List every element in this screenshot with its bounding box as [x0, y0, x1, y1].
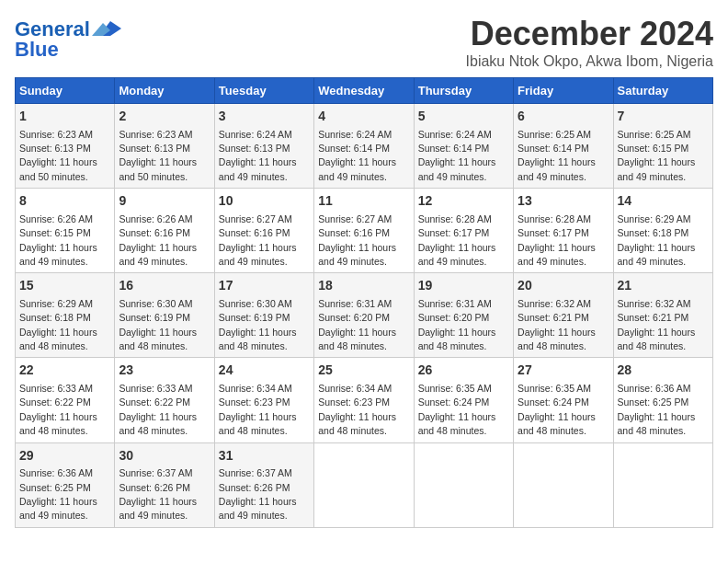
- calendar-cell: 25Sunrise: 6:34 AMSunset: 6:23 PMDayligh…: [314, 358, 414, 442]
- day-info: Sunrise: 6:25 AMSunset: 6:14 PMDaylight:…: [518, 129, 596, 182]
- day-info: Sunrise: 6:25 AMSunset: 6:15 PMDaylight:…: [618, 129, 696, 182]
- calendar-cell: 3Sunrise: 6:24 AMSunset: 6:13 PMDaylight…: [214, 104, 313, 189]
- day-number: 14: [618, 192, 709, 211]
- day-info: Sunrise: 6:35 AMSunset: 6:24 PMDaylight:…: [418, 383, 496, 436]
- calendar-cell: 8Sunrise: 6:26 AMSunset: 6:15 PMDaylight…: [16, 189, 115, 273]
- day-number: 19: [418, 277, 509, 295]
- day-number: 20: [518, 277, 609, 295]
- day-number: 2: [119, 108, 210, 126]
- day-number: 5: [418, 108, 509, 126]
- calendar-cell: 6Sunrise: 6:25 AMSunset: 6:14 PMDaylight…: [514, 104, 613, 189]
- calendar-cell: 18Sunrise: 6:31 AMSunset: 6:20 PMDayligh…: [314, 273, 414, 358]
- day-info: Sunrise: 6:33 AMSunset: 6:22 PMDaylight:…: [119, 383, 197, 436]
- calendar-cell: 28Sunrise: 6:36 AMSunset: 6:25 PMDayligh…: [613, 358, 712, 442]
- day-info: Sunrise: 6:36 AMSunset: 6:25 PMDaylight:…: [19, 467, 97, 521]
- day-info: Sunrise: 6:32 AMSunset: 6:21 PMDaylight:…: [518, 298, 596, 351]
- day-number: 27: [518, 362, 609, 380]
- day-info: Sunrise: 6:32 AMSunset: 6:21 PMDaylight:…: [618, 298, 696, 351]
- week-row-3: 15Sunrise: 6:29 AMSunset: 6:18 PMDayligh…: [16, 273, 713, 358]
- logo: General Blue: [15, 18, 121, 61]
- day-number: 6: [518, 108, 609, 126]
- day-info: Sunrise: 6:26 AMSunset: 6:15 PMDaylight:…: [19, 213, 97, 267]
- calendar-cell: 24Sunrise: 6:34 AMSunset: 6:23 PMDayligh…: [214, 358, 313, 442]
- day-info: Sunrise: 6:26 AMSunset: 6:16 PMDaylight:…: [119, 213, 197, 267]
- week-row-4: 22Sunrise: 6:33 AMSunset: 6:22 PMDayligh…: [16, 358, 713, 442]
- title-area: December 2024 Ibiaku Ntok Okpo, Akwa Ibo…: [466, 15, 713, 70]
- day-info: Sunrise: 6:37 AMSunset: 6:26 PMDaylight:…: [219, 467, 297, 521]
- day-number: 23: [119, 362, 210, 380]
- calendar-cell: 9Sunrise: 6:26 AMSunset: 6:16 PMDaylight…: [115, 189, 214, 273]
- day-number: 31: [219, 447, 310, 465]
- day-number: 21: [618, 277, 709, 295]
- calendar-cell: 31Sunrise: 6:37 AMSunset: 6:26 PMDayligh…: [214, 442, 313, 527]
- weekday-header-thursday: Thursday: [414, 78, 513, 104]
- day-info: Sunrise: 6:24 AMSunset: 6:14 PMDaylight:…: [318, 129, 396, 182]
- weekday-header-wednesday: Wednesday: [314, 78, 414, 104]
- calendar-cell: 13Sunrise: 6:28 AMSunset: 6:17 PMDayligh…: [514, 189, 613, 273]
- day-info: Sunrise: 6:30 AMSunset: 6:19 PMDaylight:…: [219, 298, 297, 351]
- day-number: 10: [219, 192, 310, 211]
- calendar-cell: 4Sunrise: 6:24 AMSunset: 6:14 PMDaylight…: [314, 104, 414, 189]
- day-info: Sunrise: 6:35 AMSunset: 6:24 PMDaylight:…: [518, 383, 596, 436]
- day-number: 25: [318, 362, 409, 380]
- calendar-cell: [514, 442, 613, 527]
- day-info: Sunrise: 6:27 AMSunset: 6:16 PMDaylight:…: [219, 213, 297, 267]
- calendar-header: General Blue December 2024 Ibiaku Ntok O…: [15, 15, 713, 70]
- day-number: 1: [19, 108, 110, 126]
- calendar-cell: 29Sunrise: 6:36 AMSunset: 6:25 PMDayligh…: [16, 442, 115, 527]
- day-info: Sunrise: 6:37 AMSunset: 6:26 PMDaylight:…: [119, 467, 197, 521]
- week-row-2: 8Sunrise: 6:26 AMSunset: 6:15 PMDaylight…: [16, 189, 713, 273]
- weekday-header-saturday: Saturday: [613, 78, 712, 104]
- day-number: 8: [19, 192, 110, 211]
- week-row-5: 29Sunrise: 6:36 AMSunset: 6:25 PMDayligh…: [16, 442, 713, 527]
- calendar-cell: 22Sunrise: 6:33 AMSunset: 6:22 PMDayligh…: [16, 358, 115, 442]
- day-number: 13: [518, 192, 609, 211]
- calendar-cell: 1Sunrise: 6:23 AMSunset: 6:13 PMDaylight…: [16, 104, 115, 189]
- calendar-cell: [414, 442, 513, 527]
- week-row-1: 1Sunrise: 6:23 AMSunset: 6:13 PMDaylight…: [16, 104, 713, 189]
- day-number: 24: [219, 362, 310, 380]
- calendar-cell: 11Sunrise: 6:27 AMSunset: 6:16 PMDayligh…: [314, 189, 414, 273]
- day-info: Sunrise: 6:28 AMSunset: 6:17 PMDaylight:…: [418, 213, 496, 267]
- day-number: 17: [219, 277, 310, 295]
- calendar-cell: 17Sunrise: 6:30 AMSunset: 6:19 PMDayligh…: [214, 273, 313, 358]
- day-info: Sunrise: 6:34 AMSunset: 6:23 PMDaylight:…: [318, 383, 396, 436]
- weekday-header-monday: Monday: [115, 78, 214, 104]
- day-info: Sunrise: 6:24 AMSunset: 6:14 PMDaylight:…: [418, 129, 496, 182]
- day-info: Sunrise: 6:23 AMSunset: 6:13 PMDaylight:…: [19, 129, 97, 182]
- day-number: 4: [318, 108, 409, 126]
- calendar-cell: 20Sunrise: 6:32 AMSunset: 6:21 PMDayligh…: [514, 273, 613, 358]
- day-number: 16: [119, 277, 210, 295]
- day-number: 9: [119, 192, 210, 211]
- calendar-cell: 30Sunrise: 6:37 AMSunset: 6:26 PMDayligh…: [115, 442, 214, 527]
- day-number: 30: [119, 447, 210, 465]
- calendar-cell: 10Sunrise: 6:27 AMSunset: 6:16 PMDayligh…: [214, 189, 313, 273]
- calendar-table: SundayMondayTuesdayWednesdayThursdayFrid…: [15, 77, 713, 528]
- day-info: Sunrise: 6:31 AMSunset: 6:20 PMDaylight:…: [418, 298, 496, 351]
- month-title: December 2024: [466, 15, 713, 53]
- calendar-cell: 26Sunrise: 6:35 AMSunset: 6:24 PMDayligh…: [414, 358, 513, 442]
- weekday-header-friday: Friday: [514, 78, 613, 104]
- day-number: 7: [618, 108, 709, 126]
- day-info: Sunrise: 6:29 AMSunset: 6:18 PMDaylight:…: [19, 298, 97, 351]
- day-info: Sunrise: 6:33 AMSunset: 6:22 PMDaylight:…: [19, 383, 97, 436]
- day-info: Sunrise: 6:24 AMSunset: 6:13 PMDaylight:…: [219, 129, 297, 182]
- day-info: Sunrise: 6:36 AMSunset: 6:25 PMDaylight:…: [618, 383, 696, 436]
- day-number: 3: [219, 108, 310, 126]
- day-info: Sunrise: 6:23 AMSunset: 6:13 PMDaylight:…: [119, 129, 197, 182]
- calendar-cell: 21Sunrise: 6:32 AMSunset: 6:21 PMDayligh…: [613, 273, 712, 358]
- day-number: 26: [418, 362, 509, 380]
- logo-blue-text: Blue: [15, 39, 59, 61]
- day-number: 22: [19, 362, 110, 380]
- day-info: Sunrise: 6:28 AMSunset: 6:17 PMDaylight:…: [518, 213, 596, 267]
- weekday-header-row: SundayMondayTuesdayWednesdayThursdayFrid…: [16, 78, 713, 104]
- calendar-cell: 15Sunrise: 6:29 AMSunset: 6:18 PMDayligh…: [16, 273, 115, 358]
- day-info: Sunrise: 6:30 AMSunset: 6:19 PMDaylight:…: [119, 298, 197, 351]
- calendar-cell: 23Sunrise: 6:33 AMSunset: 6:22 PMDayligh…: [115, 358, 214, 442]
- day-info: Sunrise: 6:29 AMSunset: 6:18 PMDaylight:…: [618, 213, 696, 267]
- day-number: 12: [418, 192, 509, 211]
- day-number: 28: [618, 362, 709, 380]
- day-number: 18: [318, 277, 409, 295]
- calendar-cell: 5Sunrise: 6:24 AMSunset: 6:14 PMDaylight…: [414, 104, 513, 189]
- day-number: 15: [19, 277, 110, 295]
